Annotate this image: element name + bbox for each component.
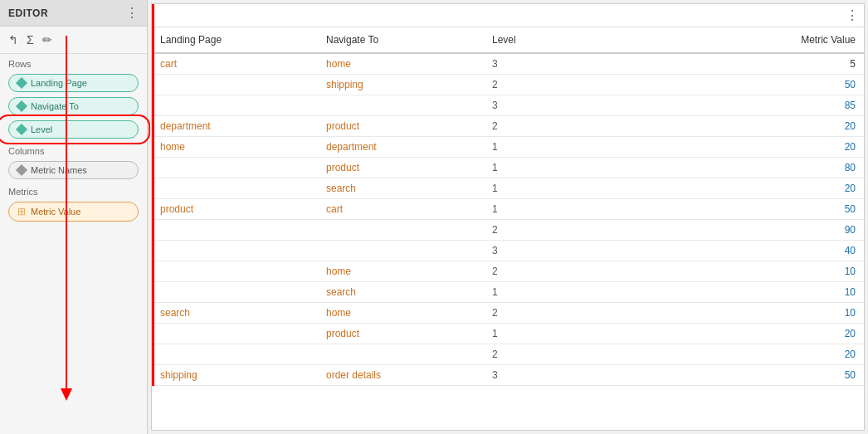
table-row: carthome35 xyxy=(152,53,864,75)
table-row: 290 xyxy=(152,220,864,241)
cell-level: 1 xyxy=(484,178,650,199)
table-header-row: Landing Page Navigate To Level Metric Va… xyxy=(152,27,864,53)
table-row: 340 xyxy=(152,241,864,261)
sigma-icon[interactable]: Σ xyxy=(27,33,34,46)
landing-page-pill[interactable]: Landing Page xyxy=(8,74,139,92)
editor-header: EDITOR ⋮ xyxy=(0,0,147,27)
navigate-to-value[interactable]: search xyxy=(326,183,356,194)
cell-metric-value: 40 xyxy=(650,241,864,261)
cell-level: 1 xyxy=(484,282,650,303)
table-row: home210 xyxy=(152,261,864,282)
cell-landing-page: home xyxy=(152,137,318,158)
navigate-to-pill[interactable]: Navigate To xyxy=(8,97,139,115)
cell-level: 1 xyxy=(484,137,650,158)
cell-level: 1 xyxy=(484,324,650,344)
landing-page-value[interactable]: home xyxy=(160,141,185,153)
navigate-to-value[interactable]: shipping xyxy=(326,79,363,90)
metric-value: 10 xyxy=(845,307,856,319)
table-row: shippingorder details350 xyxy=(152,365,864,386)
cell-landing-page: product xyxy=(152,199,318,220)
landing-page-value[interactable]: product xyxy=(160,203,193,215)
cell-metric-value: 10 xyxy=(650,303,864,324)
diamond-gray-icon xyxy=(16,164,27,176)
cell-level: 1 xyxy=(484,158,650,178)
landing-page-value[interactable]: department xyxy=(160,120,211,132)
cell-navigate-to: product xyxy=(318,158,484,178)
table-row: 220 xyxy=(152,344,864,365)
cell-landing-page xyxy=(152,282,318,303)
undo-icon[interactable]: ↰ xyxy=(8,33,18,46)
cell-landing-page: search xyxy=(152,303,318,324)
cell-landing-page xyxy=(152,344,318,365)
cell-navigate-to: product xyxy=(318,116,484,137)
cell-landing-page xyxy=(152,95,318,116)
navigate-to-value[interactable]: cart xyxy=(326,203,343,215)
cell-landing-page xyxy=(152,261,318,282)
cell-landing-page xyxy=(152,220,318,241)
navigate-to-value[interactable]: product xyxy=(326,328,359,339)
col-metric-value: Metric Value xyxy=(650,27,864,53)
cell-navigate-to xyxy=(318,95,484,116)
metric-value: 80 xyxy=(845,162,856,173)
table-head: Landing Page Navigate To Level Metric Va… xyxy=(152,27,864,53)
col-landing-page: Landing Page xyxy=(152,27,318,53)
metric-value: 50 xyxy=(845,203,856,215)
cell-metric-value: 5 xyxy=(650,53,864,75)
navigate-to-value[interactable]: home xyxy=(326,266,351,277)
table-row: searchhome210 xyxy=(152,303,864,324)
cell-landing-page xyxy=(152,178,318,199)
cell-navigate-to xyxy=(318,241,484,261)
diamond-icon xyxy=(16,77,27,89)
landing-page-value[interactable]: cart xyxy=(160,58,177,70)
metrics-label: Metrics xyxy=(0,182,147,199)
table-row: productcart150 xyxy=(152,199,864,220)
metric-value: 50 xyxy=(845,369,856,381)
diamond-icon xyxy=(16,100,27,112)
metric-value: 10 xyxy=(845,266,856,277)
cell-level: 3 xyxy=(484,365,650,386)
metric-value-pill[interactable]: ⊞ Metric Value xyxy=(8,202,139,222)
cell-landing-page xyxy=(152,75,318,95)
landing-page-value[interactable]: search xyxy=(160,307,190,319)
navigate-to-value[interactable]: home xyxy=(326,58,351,70)
landing-page-value[interactable]: shipping xyxy=(160,369,197,381)
cell-metric-value: 20 xyxy=(650,137,864,158)
cell-level: 3 xyxy=(484,95,650,116)
rows-label: Rows xyxy=(0,54,147,71)
metric-names-pill[interactable]: Metric Names xyxy=(8,161,139,179)
level-pill-wrapper: Level xyxy=(0,118,147,141)
table-row: search110 xyxy=(152,282,864,303)
editor-title: EDITOR xyxy=(8,7,48,19)
cell-level: 3 xyxy=(484,53,650,75)
metric-value: 10 xyxy=(845,286,856,298)
edit-icon[interactable]: ✏ xyxy=(42,33,52,46)
navigate-to-value[interactable]: home xyxy=(326,307,351,319)
cell-metric-value: 50 xyxy=(650,75,864,95)
cell-level: 2 xyxy=(484,116,650,137)
table-more-icon[interactable]: ⋮ xyxy=(846,7,859,23)
metric-value: 20 xyxy=(845,349,856,360)
navigate-to-value[interactable]: product xyxy=(326,162,359,173)
table-header-bar: ⋮ xyxy=(152,4,864,27)
cell-navigate-to xyxy=(318,220,484,241)
cell-metric-value: 20 xyxy=(650,116,864,137)
metric-value: 20 xyxy=(845,328,856,339)
cell-landing-page: shipping xyxy=(152,365,318,386)
metric-value: 40 xyxy=(845,245,856,256)
cell-landing-page xyxy=(152,324,318,344)
cell-level: 2 xyxy=(484,220,650,241)
metric-value: 85 xyxy=(845,100,856,111)
cell-navigate-to: product xyxy=(318,324,484,344)
navigate-to-value[interactable]: order details xyxy=(326,369,381,381)
level-pill[interactable]: Level xyxy=(8,120,139,139)
diamond-icon xyxy=(16,124,27,135)
col-navigate-to: Navigate To xyxy=(318,27,484,53)
cell-navigate-to: shipping xyxy=(318,75,484,95)
navigate-to-value[interactable]: product xyxy=(326,120,359,132)
navigate-to-value[interactable]: search xyxy=(326,286,356,298)
editor-menu-icon[interactable]: ⋮ xyxy=(125,5,139,21)
cell-level: 2 xyxy=(484,344,650,365)
cell-metric-value: 20 xyxy=(650,324,864,344)
col-level: Level xyxy=(484,27,650,53)
navigate-to-value[interactable]: department xyxy=(326,141,377,153)
